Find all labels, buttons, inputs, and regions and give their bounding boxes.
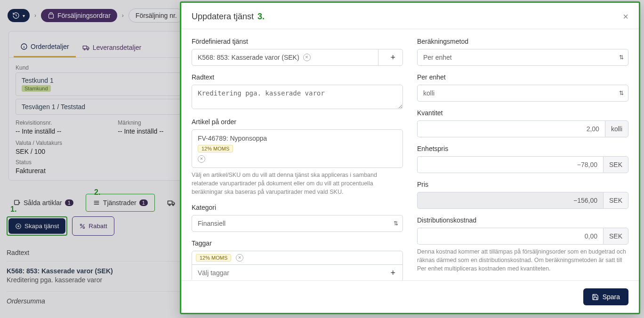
unitprice-label: Enhetspris xyxy=(417,145,628,152)
clear-article-icon[interactable]: × xyxy=(198,155,205,163)
chevron-updown-icon: ⇅ xyxy=(619,54,624,61)
plus-icon: + xyxy=(390,268,395,278)
rowtext-input[interactable] xyxy=(192,85,403,109)
close-icon: × xyxy=(623,11,628,22)
tags-label: Taggar xyxy=(192,239,403,247)
category-select[interactable]: Finansiell ⇅ xyxy=(192,215,403,232)
dist-label: Distributionskostnad xyxy=(417,216,628,224)
price-label: Pris xyxy=(417,181,628,188)
price-unit: SEK xyxy=(603,192,628,209)
save-button[interactable]: Spara xyxy=(583,288,628,305)
dist-unit: SEK xyxy=(603,228,628,245)
annotation-3: 3. xyxy=(258,12,265,22)
calc-method-select[interactable]: Per enhet ⇅ xyxy=(417,49,628,66)
add-tag-button[interactable]: + xyxy=(383,265,402,280)
close-button[interactable]: × xyxy=(623,11,628,22)
article-label: Artikel på order xyxy=(192,118,403,126)
tags-input[interactable]: + xyxy=(192,264,403,280)
category-label: Kategori xyxy=(192,204,403,211)
chevron-updown-icon: ⇅ xyxy=(619,90,624,96)
price-input xyxy=(417,192,603,209)
rowtext-label: Radtext xyxy=(192,73,403,81)
article-input[interactable]: FV-46789: Nyponsoppa 12% MOMS × xyxy=(192,129,403,168)
per-unit-label: Per enhet xyxy=(417,73,628,81)
unitprice-input[interactable] xyxy=(417,156,603,173)
unitprice-unit: SEK xyxy=(603,156,628,173)
qty-input[interactable] xyxy=(417,120,605,137)
vat-chip: 12% MOMS xyxy=(198,145,233,152)
modal-title: Uppdatera tjänst xyxy=(192,12,254,22)
clear-icon[interactable]: × xyxy=(303,54,311,61)
qty-label: Kvantitet xyxy=(417,109,628,117)
save-icon xyxy=(592,294,599,301)
plus-icon: + xyxy=(390,53,395,63)
predefined-service-label: Fördefinierad tjänst xyxy=(192,38,403,45)
tags-placeholder-input[interactable] xyxy=(192,265,378,280)
calc-method-label: Beräkningsmetod xyxy=(417,38,628,45)
qty-unit: kolli xyxy=(605,120,628,137)
tag-chip: 12% MOMS xyxy=(196,254,231,262)
add-predefined-button[interactable]: + xyxy=(383,49,402,65)
tags-selected: 12% MOMS × xyxy=(192,251,403,265)
dist-input[interactable] xyxy=(417,228,603,245)
dist-help: Denna kostnad kommer att tillämpas på fö… xyxy=(417,247,628,273)
predefined-service-input[interactable]: K568: 853: Kasserade varor (SEK) × + xyxy=(192,49,403,66)
update-service-modal: Uppdatera tjänst 3. × Fördefinierad tjän… xyxy=(180,1,640,314)
remove-tag-icon[interactable]: × xyxy=(236,254,243,262)
per-unit-select[interactable]: kolli ⇅ xyxy=(417,85,628,102)
chevron-updown-icon: ⇅ xyxy=(394,220,398,227)
article-help: Välj en artikel/SKU om du vill att denna… xyxy=(192,171,403,196)
